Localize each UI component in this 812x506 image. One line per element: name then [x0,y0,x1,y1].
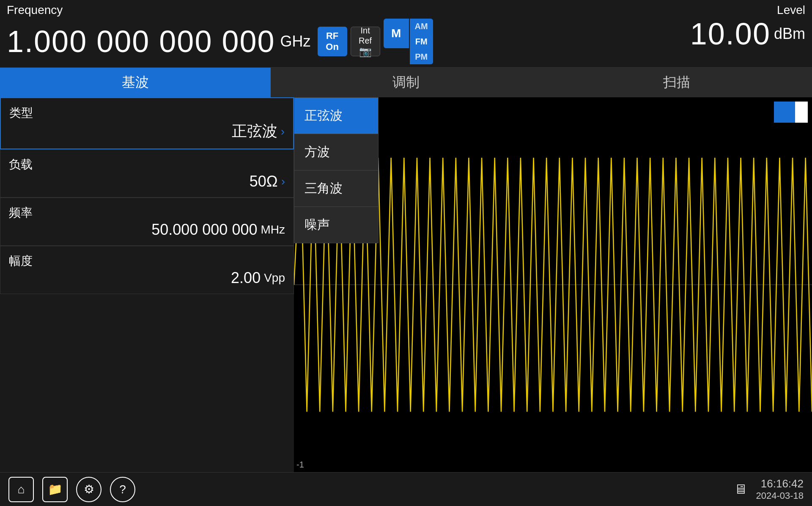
tab-saomiao[interactable]: 扫描 [541,68,812,97]
gear-icon: ⚙ [84,482,94,496]
frequency-label: Frequency [7,3,433,17]
mod-am[interactable]: AM [410,19,433,34]
dropdown-item-sine[interactable]: 正弦波 [294,98,378,134]
freq-label: 频率 [9,205,285,221]
amplitude-value: 2.00 [231,269,261,287]
camera-icon: 📷 [359,46,372,58]
folder-button[interactable]: 📁 [42,477,68,502]
dropdown-item-triangle[interactable]: 三角波 [294,170,378,207]
level-value: 10.00 [690,19,771,49]
question-icon: ? [119,483,126,496]
amplitude-unit: Vpp [264,271,285,285]
amplitude-label: 幅度 [9,253,285,269]
footer-icons: ⌂ 📁 ⚙ ? [8,477,135,502]
footer: ⌂ 📁 ⚙ ? 🖥 16:16:42 2024-03-18 [0,472,812,506]
mod-pm[interactable]: PM [410,49,433,64]
load-label: 负载 [9,157,285,173]
footer-datetime: 16:16:42 2024-03-18 [756,477,804,501]
network-icon: 🖥 [734,481,747,497]
tabs: 基波 调制 扫描 [0,68,812,97]
load-arrow: › [281,175,285,188]
level-row: 10.00 dBm [690,19,805,49]
param-amplitude[interactable]: 幅度 2.00 Vpp [0,246,294,294]
dropdown-item-square[interactable]: 方波 [294,134,378,170]
int-ref-button[interactable]: IntRef 📷 [351,27,380,56]
header: Frequency 1.000 000 000 000 GHz RFOn Int… [0,0,812,68]
tab-tiaozhi[interactable]: 调制 [271,68,541,97]
type-label: 类型 [9,105,285,121]
dropdown-item-noise[interactable]: 噪声 [294,207,378,243]
freq-unit: MHz [261,223,285,236]
color-indicator-white [795,102,808,123]
frequency-unit: GHz [280,33,311,50]
tab-jibo[interactable]: 基波 [0,68,271,97]
help-button[interactable]: ? [110,477,135,502]
y-label-bottom: -1 [296,460,304,470]
param-type[interactable]: 类型 正弦波 › [0,97,294,149]
param-load[interactable]: 负载 50Ω › [0,149,294,198]
type-arrow: › [281,125,285,138]
frequency-row: 1.000 000 000 000 GHz RFOn IntRef 📷 M AM… [7,19,433,64]
int-ref-label: IntRef [359,25,372,46]
color-indicator [774,102,808,123]
home-icon: ⌂ [18,483,25,496]
footer-time: 16:16:42 [756,477,804,490]
frequency-value: 1.000 000 000 000 [7,26,275,57]
mod-options: AM FM PM [410,19,433,64]
home-button[interactable]: ⌂ [8,477,34,502]
settings-button[interactable]: ⚙ [76,477,102,502]
level-label: Level [777,3,805,17]
mod-fm[interactable]: FM [410,34,433,49]
footer-date: 2024-03-18 [756,490,804,501]
frequency-section: Frequency 1.000 000 000 000 GHz RFOn Int… [7,3,433,64]
type-value: 正弦波 [232,121,277,142]
left-panel: 类型 正弦波 › 负载 50Ω › 频率 50.000 000 000 MHz … [0,97,294,472]
freq-value: 50.000 000 000 [151,221,257,239]
modulation-group: M AM FM PM [384,19,433,64]
mod-m-button[interactable]: M [384,19,409,48]
level-section: Level 10.00 dBm [690,3,805,64]
param-freq[interactable]: 频率 50.000 000 000 MHz [0,198,294,246]
main-content: 类型 正弦波 › 负载 50Ω › 频率 50.000 000 000 MHz … [0,97,812,472]
load-value: 50Ω [250,173,278,190]
folder-icon: 📁 [48,482,63,496]
type-dropdown: 正弦波 方波 三角波 噪声 [294,97,379,243]
rf-on-button[interactable]: RFOn [318,27,347,56]
level-unit: dBm [774,25,805,43]
